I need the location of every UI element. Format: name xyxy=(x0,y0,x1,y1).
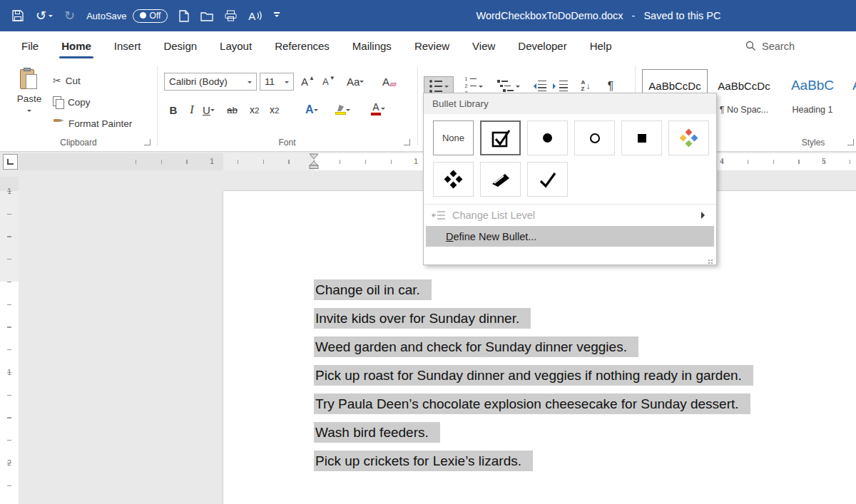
text-effects-button[interactable]: A xyxy=(305,101,318,119)
change-case-button[interactable]: Aa xyxy=(347,72,364,91)
selection-highlight[interactable]: Change oil in car. xyxy=(314,279,432,300)
selection-highlight[interactable]: Try Paula Deen’s chocolate explosion che… xyxy=(314,394,750,414)
bullet-option-none[interactable]: None xyxy=(433,120,474,155)
highlight-color-button[interactable] xyxy=(335,101,350,119)
shrink-font-button[interactable]: A▼ xyxy=(322,72,335,91)
tab-help[interactable]: Help xyxy=(579,31,623,61)
chevron-down-icon xyxy=(285,81,289,86)
list-level-icon xyxy=(432,210,446,220)
strikethrough-button[interactable]: ab xyxy=(227,101,238,119)
style-heading2[interactable]: AaBbC xyxy=(849,69,856,102)
document-line[interactable]: Invite kids over for Sunday dinner. xyxy=(314,308,753,329)
open-folder-icon[interactable] xyxy=(200,11,213,21)
resize-grip[interactable] xyxy=(706,254,713,262)
autosave-toggle[interactable]: AutoSave Off xyxy=(86,9,168,23)
tab-home[interactable]: Home xyxy=(50,31,103,61)
bullet-options-row: None xyxy=(424,114,716,155)
format-painter-button[interactable]: Format Painter xyxy=(53,118,132,129)
tab-mailings[interactable]: Mailings xyxy=(341,31,403,61)
style-preview: AaBbC xyxy=(791,78,834,93)
bullet-option-checkmark[interactable] xyxy=(527,162,568,197)
autosave-pill[interactable]: Off xyxy=(133,9,168,23)
search-button[interactable]: Search xyxy=(745,31,795,61)
clipboard-dialog-launcher[interactable] xyxy=(144,139,151,145)
selection-highlight[interactable]: Pick up crickets for Lexie’s lizards. xyxy=(314,451,533,471)
vertical-ruler[interactable] xyxy=(0,177,19,504)
scissors-icon: ✂ xyxy=(53,75,61,86)
cut-button[interactable]: ✂ Cut xyxy=(53,75,81,86)
tab-design[interactable]: Design xyxy=(152,31,208,61)
style-preview: AaBbCcDc xyxy=(718,80,770,92)
font-size-combobox[interactable]: 11 xyxy=(260,73,294,91)
document-line[interactable]: Pick up crickets for Lexie’s lizards. xyxy=(314,451,753,471)
tab-insert[interactable]: Insert xyxy=(103,31,153,61)
paste-button[interactable]: Paste xyxy=(10,68,49,136)
bullet-option-filled-square[interactable] xyxy=(621,120,662,155)
document-line[interactable]: Wash bird feeders. xyxy=(314,422,753,443)
printer-icon[interactable] xyxy=(225,10,237,21)
underline-button[interactable]: U xyxy=(203,101,215,119)
tab-developer[interactable]: Developer xyxy=(506,31,578,61)
word-window: ↺ ↻ AutoSave Off A WordCheckboxToDoDemo.… xyxy=(0,0,856,504)
style-no-spacing[interactable]: AaBbCcDc xyxy=(711,69,777,102)
read-aloud-icon[interactable]: A xyxy=(248,10,263,22)
bold-button[interactable]: B xyxy=(167,101,180,119)
font-family-combobox[interactable]: Calibri (Body) xyxy=(164,73,257,91)
tab-references[interactable]: References xyxy=(263,31,341,61)
superscript-button[interactable]: x2 xyxy=(270,101,279,119)
style-label-heading1: Heading 1 xyxy=(780,105,845,115)
tab-view[interactable]: View xyxy=(461,31,506,61)
clear-formatting-button[interactable]: A xyxy=(382,72,396,91)
document-text: Change oil in car. Invite kids over for … xyxy=(314,279,753,479)
font-color-button[interactable]: A xyxy=(371,99,385,118)
bullets-dropdown-icon[interactable] xyxy=(444,86,449,90)
ruler-number: 1 xyxy=(0,368,19,376)
document-line[interactable]: Try Paula Deen’s chocolate explosion che… xyxy=(314,394,753,414)
undo-dropdown-icon[interactable] xyxy=(49,15,53,19)
selection-highlight[interactable]: Wash bird feeders. xyxy=(314,422,440,443)
grow-font-button[interactable]: A▲ xyxy=(301,72,315,91)
undo-button[interactable]: ↺ xyxy=(36,9,53,22)
selection-highlight[interactable]: Weed garden and check for Sunday dinner … xyxy=(314,336,638,357)
bullet-option-arrow[interactable] xyxy=(480,162,521,197)
bullet-option-checkbox[interactable] xyxy=(480,120,521,155)
search-label: Search xyxy=(762,41,795,52)
autosave-state: Off xyxy=(150,11,161,21)
redo-button[interactable]: ↻ xyxy=(64,9,75,22)
ruler-number: 2 xyxy=(0,458,19,467)
change-list-level-item[interactable]: Change List Level xyxy=(424,205,716,225)
bullet-option-filled-circle[interactable] xyxy=(527,120,568,155)
new-document-icon[interactable] xyxy=(179,10,189,22)
chevron-down-icon xyxy=(248,81,252,86)
paste-clipboard-icon xyxy=(20,68,39,91)
tab-layout[interactable]: Layout xyxy=(208,31,263,61)
document-line[interactable]: Weed garden and check for Sunday dinner … xyxy=(314,336,753,357)
paste-dropdown-icon[interactable] xyxy=(27,110,31,114)
copy-button[interactable]: Copy xyxy=(53,96,91,108)
style-heading1[interactable]: AaBbC xyxy=(780,69,845,102)
selection-highlight[interactable]: Invite kids over for Sunday dinner. xyxy=(314,308,531,329)
indent-marker[interactable] xyxy=(307,153,320,170)
document-line[interactable]: Pick up roast for Sunday dinner and vegg… xyxy=(314,365,753,386)
italic-button[interactable]: I xyxy=(187,101,197,119)
chevron-down-icon[interactable] xyxy=(210,109,215,113)
customize-qat-icon[interactable] xyxy=(274,12,280,19)
tab-review[interactable]: Review xyxy=(403,31,461,61)
define-new-bullet-item[interactable]: Define New Bullet... xyxy=(426,226,714,247)
document-line[interactable]: Change oil in car. xyxy=(314,279,753,300)
tab-stop-selector[interactable] xyxy=(3,154,18,170)
filled-circle-icon xyxy=(543,133,552,143)
tab-file[interactable]: File xyxy=(10,31,50,61)
save-icon[interactable] xyxy=(11,9,24,22)
subscript-button[interactable]: x2 xyxy=(250,101,259,119)
font-dialog-launcher[interactable] xyxy=(404,139,410,145)
cut-label: Cut xyxy=(66,76,81,86)
bullet-option-colored-diamonds[interactable] xyxy=(668,120,709,155)
styles-dialog-launcher[interactable] xyxy=(847,139,854,145)
style-label-no-spacing: ¶ No Spac... xyxy=(711,105,777,115)
selection-highlight[interactable]: Pick up roast for Sunday dinner and vegg… xyxy=(314,365,753,386)
copy-icon xyxy=(53,96,63,108)
autosave-label: AutoSave xyxy=(86,11,126,21)
bullet-option-open-circle[interactable] xyxy=(574,120,615,155)
bullet-option-black-diamonds[interactable] xyxy=(433,162,474,197)
